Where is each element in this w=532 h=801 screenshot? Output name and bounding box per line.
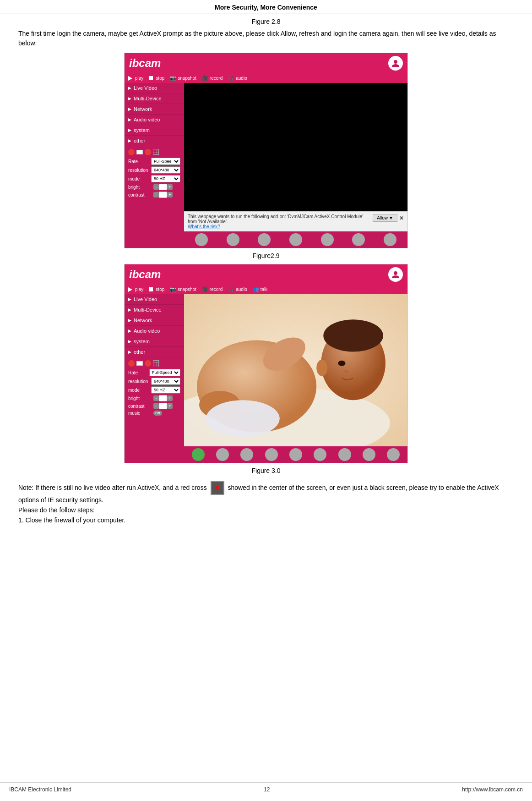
- svg-point-0: [394, 60, 397, 64]
- footer-website: http://www.ibcam.com.cn: [462, 786, 523, 793]
- bottom-icon-2-1[interactable]: [192, 448, 205, 461]
- ctrl-mode-2: mode 50 HZ: [128, 386, 180, 394]
- stop-btn-1[interactable]: stop: [149, 76, 164, 81]
- menu-audio-video-2[interactable]: ▶ Audio video: [125, 326, 184, 336]
- menu-network-1[interactable]: ▶ Network: [125, 104, 184, 115]
- bright-value-1: 9: [159, 184, 167, 190]
- bright-minus-2[interactable]: -: [153, 395, 159, 401]
- svg-point-8: [323, 319, 383, 351]
- mode-icon-rect[interactable]: [136, 150, 143, 154]
- bottom-icon-2-8[interactable]: [363, 448, 375, 461]
- contrast-minus-1[interactable]: -: [153, 192, 159, 198]
- red-cross-icon: [211, 481, 224, 495]
- bottom-icon-4[interactable]: [289, 233, 302, 246]
- mode-icon-rec[interactable]: [145, 149, 151, 155]
- camera-ui-figure30: ibcam play stop 📷 snapshot: [124, 264, 408, 463]
- camera-ui-figure29: ibcam play stop 📷 snapshot: [124, 53, 408, 248]
- bottom-icon-2-3[interactable]: [240, 448, 253, 461]
- note-text3: Please do the follow steps:: [18, 505, 514, 515]
- figure29-label: Figure2.9: [18, 252, 514, 259]
- cam-toolbar-2: play stop 📷 snapshot 🎥 record 🎧 audio 👥 …: [125, 285, 407, 294]
- cam-bottom-bar-1: [184, 231, 407, 248]
- record-btn-2[interactable]: 🎥 record: [202, 286, 223, 292]
- mode-icon-rect-2[interactable]: [136, 361, 143, 366]
- menu-system-1[interactable]: ▶ system: [125, 125, 184, 136]
- activex-text: This webpage wants to run the following …: [188, 214, 373, 224]
- activex-link[interactable]: What's the risk?: [188, 224, 220, 229]
- menu-other-1[interactable]: ▶ other: [125, 136, 184, 146]
- cam-body-2: ▶ Live Video ▶ Multi-Device ▶ Network ▶ …: [125, 294, 407, 463]
- cam-bottom-bar-2: [184, 446, 407, 463]
- menu-network-2[interactable]: ▶ Network: [125, 315, 184, 326]
- allow-button[interactable]: Allow ▼: [373, 214, 397, 222]
- cam-video-baby: [184, 294, 407, 446]
- figure30-label: Figure 3.0: [18, 467, 514, 474]
- mode-select-1[interactable]: 50 HZ: [151, 175, 180, 182]
- bright-plus-1[interactable]: +: [167, 184, 173, 190]
- menu-multi-device-1[interactable]: ▶ Multi-Device: [125, 93, 184, 104]
- page-header: More Security, More Convenience: [0, 0, 532, 13]
- ctrl-music-2: music Off: [128, 411, 180, 416]
- mode-icon-circle-2[interactable]: [128, 360, 135, 367]
- cam-logo-2: ibcam: [129, 268, 161, 281]
- talk-btn-2[interactable]: 👥 talk: [253, 286, 268, 292]
- contrast-plus-2[interactable]: +: [167, 403, 173, 409]
- contrast-plus-1[interactable]: +: [167, 192, 173, 198]
- resolution-select-1[interactable]: 640*480: [151, 166, 180, 174]
- bright-value-2: 8: [159, 395, 167, 401]
- close-prompt-icon[interactable]: ✕: [399, 215, 404, 221]
- svg-point-9: [338, 361, 345, 366]
- footer-page-number: 12: [264, 786, 270, 793]
- ctrl-contrast-1: contrast - 5 +: [128, 192, 180, 198]
- bottom-icon-3[interactable]: [258, 233, 271, 246]
- svg-point-11: [316, 360, 327, 376]
- rate-select-1[interactable]: Full-Spee: [151, 158, 180, 165]
- ctrl-rate-1: Rate Full-Spee: [128, 158, 180, 165]
- mode-icon-grid[interactable]: [153, 149, 159, 155]
- bottom-icon-2-6[interactable]: [314, 448, 326, 461]
- bottom-icon-1[interactable]: [195, 233, 208, 246]
- menu-live-video-2[interactable]: ▶ Live Video: [125, 294, 184, 305]
- menu-live-video-1[interactable]: ▶ Live Video: [125, 83, 184, 93]
- page-footer: IBCAM Electronic Limited 12 http://www.i…: [0, 782, 532, 796]
- play-btn-1[interactable]: play: [128, 76, 143, 81]
- audio-btn-1[interactable]: 🎧 audio: [228, 75, 247, 81]
- rate-select-2[interactable]: Full-Speed: [149, 369, 180, 376]
- bottom-icon-2-7[interactable]: [338, 448, 351, 461]
- music-toggle-2[interactable]: Off: [153, 411, 162, 416]
- bottom-icon-5[interactable]: [321, 233, 334, 246]
- svg-point-1: [394, 271, 397, 275]
- mode-icon-grid-2[interactable]: [153, 360, 159, 367]
- mode-select-2[interactable]: 50 HZ: [151, 386, 180, 394]
- menu-system-2[interactable]: ▶ system: [125, 336, 184, 347]
- svg-point-10: [344, 370, 349, 373]
- menu-audio-video-1[interactable]: ▶ Audio video: [125, 115, 184, 125]
- cam-logo-1: ibcam: [129, 57, 161, 70]
- menu-other-2[interactable]: ▶ other: [125, 347, 184, 357]
- play-btn-2[interactable]: play: [128, 287, 143, 292]
- record-btn-1[interactable]: 🎥 record: [202, 75, 223, 81]
- bottom-icon-2-4[interactable]: [265, 448, 278, 461]
- cam-header-1: ibcam: [125, 53, 407, 73]
- bottom-icon-2-9[interactable]: [387, 448, 400, 461]
- bottom-icon-2-2[interactable]: [216, 448, 229, 461]
- bottom-icon-2-5[interactable]: [289, 448, 302, 461]
- snapshot-btn-2[interactable]: 📷 snapshot: [170, 286, 196, 292]
- contrast-value-2: 3: [159, 403, 167, 409]
- bottom-icon-6[interactable]: [352, 233, 365, 246]
- mode-icon-rec-2[interactable]: [145, 360, 151, 367]
- stop-btn-2[interactable]: stop: [149, 287, 164, 292]
- resolution-select-2[interactable]: 640*480: [151, 378, 180, 385]
- cam-sidebar-2: ▶ Live Video ▶ Multi-Device ▶ Network ▶ …: [125, 294, 184, 463]
- contrast-minus-2[interactable]: -: [153, 403, 159, 409]
- bright-plus-2[interactable]: +: [167, 395, 173, 401]
- bright-minus-1[interactable]: -: [153, 184, 159, 190]
- bottom-icon-7[interactable]: [384, 233, 396, 246]
- snapshot-btn-1[interactable]: 📷 snapshot: [170, 75, 196, 81]
- cam-header-2: ibcam: [125, 264, 407, 285]
- audio-btn-2[interactable]: 🎧 audio: [228, 286, 247, 292]
- cam-video-black: [184, 83, 407, 211]
- bottom-icon-2[interactable]: [227, 233, 239, 246]
- menu-multi-device-2[interactable]: ▶ Multi-Device: [125, 305, 184, 315]
- mode-icon-circle[interactable]: [128, 149, 135, 155]
